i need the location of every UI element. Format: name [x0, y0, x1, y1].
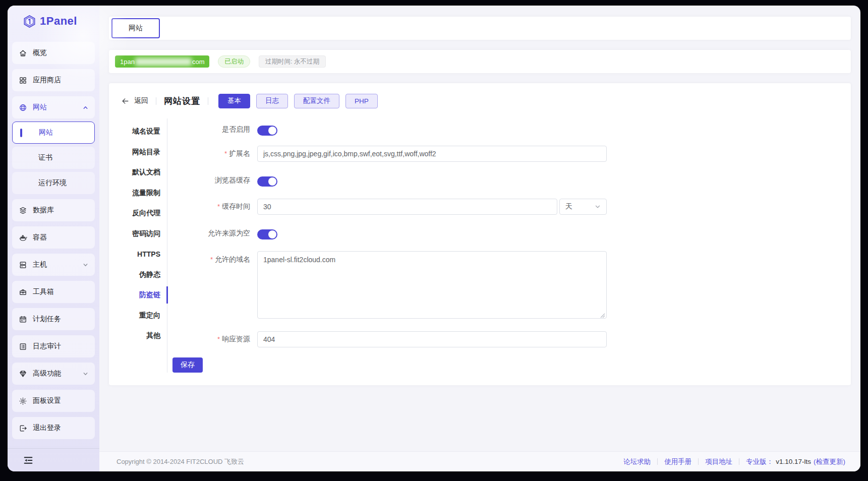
sidebar-item-log-audit[interactable]: 日志审计 [12, 335, 95, 357]
sidebar-item-label: 高级功能 [33, 369, 61, 378]
allow-empty-referer-toggle[interactable] [257, 229, 277, 239]
settings-tabs: 基本 日志 配置文件 PHP [218, 94, 378, 108]
sidebar-footer [8, 448, 99, 471]
form-row-cache-time: 缓存时间 天 [172, 198, 839, 215]
sidebar-item-label: 退出登录 [33, 424, 61, 433]
chevron-down-icon [83, 371, 88, 377]
settings-subnav: 域名设置 网站目录 默认文档 流量限制 反向代理 密码访问 HTTPS 伪静态 … [121, 118, 167, 373]
tab-website[interactable]: 网站 [111, 18, 160, 38]
divider [739, 458, 739, 465]
sidebar-item-label: 工具箱 [33, 287, 54, 296]
sidebar-subitem-certificate[interactable]: 证书 [12, 147, 95, 169]
sidebar-item-label: 概览 [33, 48, 47, 57]
subnav-site-directory[interactable]: 网站目录 [121, 142, 167, 163]
subnav-https[interactable]: HTTPS [121, 244, 167, 265]
sidebar-item-cronjob[interactable]: 计划任务 [12, 308, 95, 330]
subnav-password-access[interactable]: 密码访问 [121, 224, 167, 245]
sidebar-subitem-label: 证书 [38, 153, 52, 162]
cache-time-unit-value: 天 [565, 202, 572, 211]
form-row-response-resource: 响应资源 [172, 331, 839, 347]
subnav-redirect[interactable]: 重定向 [121, 306, 167, 326]
extensions-input[interactable] [257, 146, 607, 162]
sidebar-item-advanced[interactable]: 高级功能 [12, 363, 95, 385]
subnav-other[interactable]: 其他 [121, 326, 167, 346]
host-icon [19, 261, 27, 269]
tab-config-file[interactable]: 配置文件 [294, 94, 339, 108]
cache-time-input[interactable] [257, 199, 557, 215]
divider [698, 458, 699, 465]
logout-icon [19, 424, 27, 433]
allow-empty-referer-label: 允许来源为空 [172, 225, 257, 241]
chevron-up-icon [83, 105, 88, 110]
copyright-text: Copyright © 2014-2024 FIT2CLOUD 飞致云 [117, 457, 244, 466]
active-indicator-bar [20, 129, 22, 137]
back-button[interactable]: 返回 [121, 96, 148, 105]
domain-badge[interactable]: 1pan com [115, 55, 209, 68]
enable-label: 是否启用 [172, 121, 257, 137]
user-manual-link[interactable]: 使用手册 [664, 457, 691, 466]
app-title: 1Panel [40, 15, 77, 28]
chevron-down-icon [595, 204, 601, 210]
subnav-domain-settings[interactable]: 域名设置 [121, 122, 167, 142]
tab-basic[interactable]: 基本 [218, 94, 250, 108]
form-row-allow-empty-referer: 允许来源为空 [172, 225, 839, 241]
tab-php[interactable]: PHP [345, 94, 378, 108]
status-badge: 已启动 [218, 55, 250, 68]
project-address-link[interactable]: 项目地址 [705, 457, 732, 466]
subnav-reverse-proxy[interactable]: 反向代理 [121, 203, 167, 224]
footer: Copyright © 2014-2024 FIT2CLOUD 飞致云 论坛求助… [99, 451, 860, 471]
tab-logs[interactable]: 日志 [256, 94, 288, 108]
browser-cache-toggle[interactable] [257, 176, 277, 187]
page-title: 网站设置 [164, 95, 200, 107]
sidebar-subitem-website[interactable]: 网站 [12, 122, 95, 144]
advanced-icon [19, 370, 27, 378]
response-resource-input[interactable] [257, 331, 607, 347]
sidebar-item-overview[interactable]: 概览 [12, 42, 95, 64]
domain-suffix: com [192, 58, 205, 66]
gear-icon [19, 397, 27, 405]
allowed-domains-textarea[interactable]: 1panel-sl.fit2cloud.com [257, 251, 607, 319]
subnav-anti-leech[interactable]: 防盗链 [121, 285, 167, 306]
home-icon [19, 49, 27, 57]
globe-icon [19, 103, 27, 112]
footer-links: 论坛求助 使用手册 项目地址 专业版： v1.10.17-lts (检查更新) [623, 457, 845, 466]
sidebar: 1Panel 概览 应用商店 网站 网站 证书 [8, 6, 99, 471]
subnav-default-document[interactable]: 默认文档 [121, 162, 167, 183]
page-tab-bar: 网站 [109, 17, 851, 40]
sidebar-item-label: 数据库 [33, 206, 54, 215]
1panel-logo-icon [23, 15, 36, 28]
sidebar-item-panel-settings[interactable]: 面板设置 [12, 390, 95, 412]
sidebar-subitem-runtime[interactable]: 运行环境 [12, 172, 95, 194]
toolbox-icon [19, 288, 27, 296]
enable-toggle[interactable] [257, 126, 277, 136]
website-status-bar: 1pan com 已启动 过期时间: 永不过期 [109, 50, 851, 73]
sidebar-item-website[interactable]: 网站 [12, 96, 95, 118]
subnav-rewrite[interactable]: 伪静态 [121, 265, 167, 285]
check-update-link[interactable]: (检查更新) [814, 457, 845, 466]
sidebar-item-logout[interactable]: 退出登录 [12, 417, 95, 439]
database-icon [19, 206, 27, 215]
settings-header: 返回 网站设置 基本 日志 配置文件 PHP [121, 93, 839, 108]
sidebar-item-label: 面板设置 [33, 396, 61, 405]
collapse-sidebar-icon[interactable] [23, 455, 34, 466]
website-settings-panel: 返回 网站设置 基本 日志 配置文件 PHP 域名设置 [109, 83, 851, 385]
form-row-browser-cache: 浏览器缓存 [172, 172, 839, 188]
toggle-knob [268, 230, 276, 238]
form-row-extensions: 扩展名 [172, 145, 839, 162]
sidebar-item-database[interactable]: 数据库 [12, 199, 95, 221]
sidebar-item-host[interactable]: 主机 [12, 254, 95, 276]
log-audit-icon [19, 342, 27, 351]
forum-help-link[interactable]: 论坛求助 [623, 457, 651, 466]
sidebar-item-label: 日志审计 [33, 342, 61, 351]
sidebar-subitem-label: 网站 [39, 128, 53, 137]
tab-website-label: 网站 [129, 24, 143, 33]
cache-time-unit-select[interactable]: 天 [559, 199, 607, 215]
subnav-traffic-limit[interactable]: 流量限制 [121, 183, 167, 204]
domain-prefix: 1pan [120, 58, 135, 66]
sidebar-item-toolbox[interactable]: 工具箱 [12, 281, 95, 303]
sidebar-item-container[interactable]: 容器 [12, 226, 95, 249]
app-window: 1Panel 概览 应用商店 网站 网站 证书 [8, 6, 860, 471]
sidebar-item-appstore[interactable]: 应用商店 [12, 69, 95, 91]
save-button[interactable]: 保存 [172, 357, 203, 373]
app-logo[interactable]: 1Panel [8, 6, 99, 37]
